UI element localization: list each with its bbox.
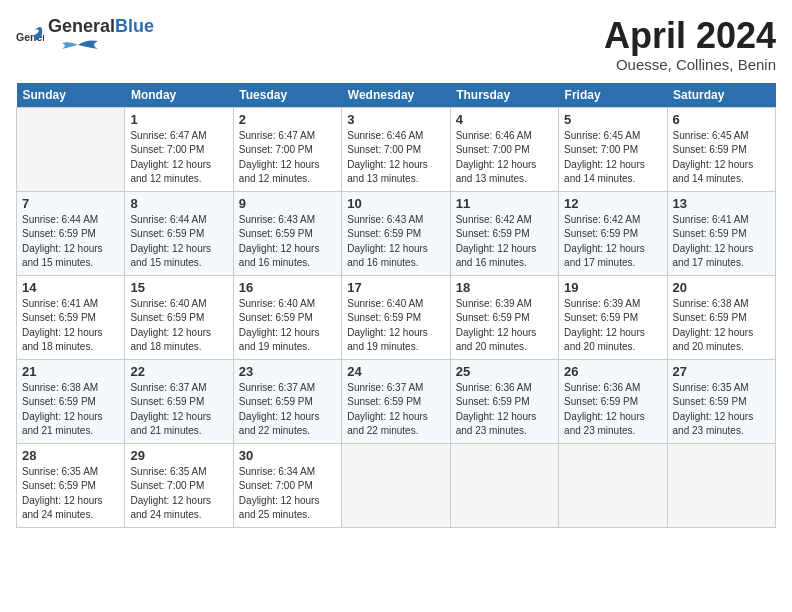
calendar-day-cell: 16Sunrise: 6:40 AMSunset: 6:59 PMDayligh… bbox=[233, 275, 341, 359]
logo-text-general: General bbox=[48, 16, 115, 37]
calendar-week-row: 28Sunrise: 6:35 AMSunset: 6:59 PMDayligh… bbox=[17, 443, 776, 527]
day-info: Sunrise: 6:35 AMSunset: 7:00 PMDaylight:… bbox=[130, 465, 227, 523]
day-number: 22 bbox=[130, 364, 227, 379]
day-info: Sunrise: 6:35 AMSunset: 6:59 PMDaylight:… bbox=[22, 465, 119, 523]
day-info: Sunrise: 6:37 AMSunset: 6:59 PMDaylight:… bbox=[130, 381, 227, 439]
weekday-header-thursday: Thursday bbox=[450, 83, 558, 108]
calendar-subtitle: Ouesse, Collines, Benin bbox=[604, 56, 776, 73]
logo-text-blue: Blue bbox=[115, 16, 154, 37]
day-number: 30 bbox=[239, 448, 336, 463]
calendar-day-cell: 20Sunrise: 6:38 AMSunset: 6:59 PMDayligh… bbox=[667, 275, 775, 359]
day-info: Sunrise: 6:40 AMSunset: 6:59 PMDaylight:… bbox=[130, 297, 227, 355]
calendar-day-cell: 19Sunrise: 6:39 AMSunset: 6:59 PMDayligh… bbox=[559, 275, 667, 359]
day-number: 19 bbox=[564, 280, 661, 295]
weekday-header-sunday: Sunday bbox=[17, 83, 125, 108]
day-number: 15 bbox=[130, 280, 227, 295]
day-number: 28 bbox=[22, 448, 119, 463]
calendar-day-cell: 21Sunrise: 6:38 AMSunset: 6:59 PMDayligh… bbox=[17, 359, 125, 443]
calendar-day-cell: 3Sunrise: 6:46 AMSunset: 7:00 PMDaylight… bbox=[342, 107, 450, 191]
calendar-day-cell: 18Sunrise: 6:39 AMSunset: 6:59 PMDayligh… bbox=[450, 275, 558, 359]
day-info: Sunrise: 6:36 AMSunset: 6:59 PMDaylight:… bbox=[456, 381, 553, 439]
day-info: Sunrise: 6:40 AMSunset: 6:59 PMDaylight:… bbox=[347, 297, 444, 355]
calendar-day-cell: 9Sunrise: 6:43 AMSunset: 6:59 PMDaylight… bbox=[233, 191, 341, 275]
calendar-day-cell: 11Sunrise: 6:42 AMSunset: 6:59 PMDayligh… bbox=[450, 191, 558, 275]
day-number: 2 bbox=[239, 112, 336, 127]
day-number: 26 bbox=[564, 364, 661, 379]
day-info: Sunrise: 6:46 AMSunset: 7:00 PMDaylight:… bbox=[456, 129, 553, 187]
calendar-day-cell: 12Sunrise: 6:42 AMSunset: 6:59 PMDayligh… bbox=[559, 191, 667, 275]
weekday-header-saturday: Saturday bbox=[667, 83, 775, 108]
day-number: 29 bbox=[130, 448, 227, 463]
calendar-day-cell bbox=[342, 443, 450, 527]
day-info: Sunrise: 6:45 AMSunset: 7:00 PMDaylight:… bbox=[564, 129, 661, 187]
calendar-day-cell: 13Sunrise: 6:41 AMSunset: 6:59 PMDayligh… bbox=[667, 191, 775, 275]
calendar-day-cell: 24Sunrise: 6:37 AMSunset: 6:59 PMDayligh… bbox=[342, 359, 450, 443]
logo-bird-icon bbox=[48, 37, 108, 53]
calendar-day-cell: 5Sunrise: 6:45 AMSunset: 7:00 PMDaylight… bbox=[559, 107, 667, 191]
day-number: 25 bbox=[456, 364, 553, 379]
calendar-day-cell bbox=[17, 107, 125, 191]
calendar-week-row: 7Sunrise: 6:44 AMSunset: 6:59 PMDaylight… bbox=[17, 191, 776, 275]
day-number: 3 bbox=[347, 112, 444, 127]
day-info: Sunrise: 6:37 AMSunset: 6:59 PMDaylight:… bbox=[239, 381, 336, 439]
day-info: Sunrise: 6:42 AMSunset: 6:59 PMDaylight:… bbox=[564, 213, 661, 271]
day-number: 14 bbox=[22, 280, 119, 295]
day-number: 4 bbox=[456, 112, 553, 127]
day-number: 10 bbox=[347, 196, 444, 211]
calendar-day-cell: 25Sunrise: 6:36 AMSunset: 6:59 PMDayligh… bbox=[450, 359, 558, 443]
day-number: 17 bbox=[347, 280, 444, 295]
calendar-day-cell: 1Sunrise: 6:47 AMSunset: 7:00 PMDaylight… bbox=[125, 107, 233, 191]
calendar-week-row: 14Sunrise: 6:41 AMSunset: 6:59 PMDayligh… bbox=[17, 275, 776, 359]
calendar-day-cell: 14Sunrise: 6:41 AMSunset: 6:59 PMDayligh… bbox=[17, 275, 125, 359]
calendar-week-row: 1Sunrise: 6:47 AMSunset: 7:00 PMDaylight… bbox=[17, 107, 776, 191]
calendar-day-cell bbox=[450, 443, 558, 527]
calendar-day-cell: 8Sunrise: 6:44 AMSunset: 6:59 PMDaylight… bbox=[125, 191, 233, 275]
logo: General GeneralBlue bbox=[16, 16, 154, 57]
day-number: 23 bbox=[239, 364, 336, 379]
calendar-day-cell bbox=[559, 443, 667, 527]
day-number: 5 bbox=[564, 112, 661, 127]
calendar-day-cell bbox=[667, 443, 775, 527]
calendar-day-cell: 26Sunrise: 6:36 AMSunset: 6:59 PMDayligh… bbox=[559, 359, 667, 443]
calendar-day-cell: 27Sunrise: 6:35 AMSunset: 6:59 PMDayligh… bbox=[667, 359, 775, 443]
calendar-day-cell: 7Sunrise: 6:44 AMSunset: 6:59 PMDaylight… bbox=[17, 191, 125, 275]
day-info: Sunrise: 6:47 AMSunset: 7:00 PMDaylight:… bbox=[239, 129, 336, 187]
day-info: Sunrise: 6:35 AMSunset: 6:59 PMDaylight:… bbox=[673, 381, 770, 439]
day-number: 16 bbox=[239, 280, 336, 295]
day-number: 24 bbox=[347, 364, 444, 379]
day-number: 13 bbox=[673, 196, 770, 211]
day-info: Sunrise: 6:44 AMSunset: 6:59 PMDaylight:… bbox=[130, 213, 227, 271]
calendar-table: SundayMondayTuesdayWednesdayThursdayFrid… bbox=[16, 83, 776, 528]
day-number: 20 bbox=[673, 280, 770, 295]
day-info: Sunrise: 6:41 AMSunset: 6:59 PMDaylight:… bbox=[673, 213, 770, 271]
weekday-header-tuesday: Tuesday bbox=[233, 83, 341, 108]
calendar-day-cell: 28Sunrise: 6:35 AMSunset: 6:59 PMDayligh… bbox=[17, 443, 125, 527]
day-number: 27 bbox=[673, 364, 770, 379]
weekday-header-monday: Monday bbox=[125, 83, 233, 108]
day-number: 1 bbox=[130, 112, 227, 127]
calendar-day-cell: 6Sunrise: 6:45 AMSunset: 6:59 PMDaylight… bbox=[667, 107, 775, 191]
calendar-title: April 2024 bbox=[604, 16, 776, 56]
day-number: 12 bbox=[564, 196, 661, 211]
day-info: Sunrise: 6:34 AMSunset: 7:00 PMDaylight:… bbox=[239, 465, 336, 523]
calendar-day-cell: 10Sunrise: 6:43 AMSunset: 6:59 PMDayligh… bbox=[342, 191, 450, 275]
day-info: Sunrise: 6:39 AMSunset: 6:59 PMDaylight:… bbox=[456, 297, 553, 355]
day-info: Sunrise: 6:47 AMSunset: 7:00 PMDaylight:… bbox=[130, 129, 227, 187]
day-info: Sunrise: 6:43 AMSunset: 6:59 PMDaylight:… bbox=[239, 213, 336, 271]
weekday-header-row: SundayMondayTuesdayWednesdayThursdayFrid… bbox=[17, 83, 776, 108]
calendar-day-cell: 4Sunrise: 6:46 AMSunset: 7:00 PMDaylight… bbox=[450, 107, 558, 191]
day-number: 18 bbox=[456, 280, 553, 295]
weekday-header-friday: Friday bbox=[559, 83, 667, 108]
calendar-day-cell: 23Sunrise: 6:37 AMSunset: 6:59 PMDayligh… bbox=[233, 359, 341, 443]
logo-icon: General bbox=[16, 23, 44, 51]
day-info: Sunrise: 6:36 AMSunset: 6:59 PMDaylight:… bbox=[564, 381, 661, 439]
title-block: April 2024 Ouesse, Collines, Benin bbox=[604, 16, 776, 73]
day-info: Sunrise: 6:42 AMSunset: 6:59 PMDaylight:… bbox=[456, 213, 553, 271]
calendar-day-cell: 30Sunrise: 6:34 AMSunset: 7:00 PMDayligh… bbox=[233, 443, 341, 527]
day-info: Sunrise: 6:39 AMSunset: 6:59 PMDaylight:… bbox=[564, 297, 661, 355]
day-info: Sunrise: 6:45 AMSunset: 6:59 PMDaylight:… bbox=[673, 129, 770, 187]
calendar-day-cell: 17Sunrise: 6:40 AMSunset: 6:59 PMDayligh… bbox=[342, 275, 450, 359]
day-number: 21 bbox=[22, 364, 119, 379]
day-info: Sunrise: 6:37 AMSunset: 6:59 PMDaylight:… bbox=[347, 381, 444, 439]
page-header: General GeneralBlue April 2024 Ouesse, C… bbox=[16, 16, 776, 73]
